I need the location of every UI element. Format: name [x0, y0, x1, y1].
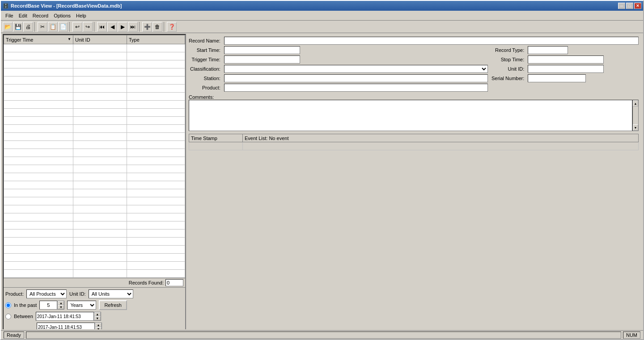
table-row[interactable]	[4, 246, 185, 254]
record-name-input[interactable]	[224, 37, 639, 45]
toolbar-save[interactable]: 💾	[13, 22, 23, 32]
table-row[interactable]	[4, 270, 185, 278]
table-row[interactable]	[4, 254, 185, 262]
table-row[interactable]	[4, 68, 185, 76]
event-col-timestamp[interactable]: Time Stamp	[189, 134, 243, 142]
past-unit-select[interactable]: Years Months Days	[67, 301, 96, 310]
table-row[interactable]	[4, 189, 185, 197]
classification-select[interactable]	[224, 65, 488, 73]
stop-time-input[interactable]	[528, 55, 604, 64]
toolbar-paste[interactable]: 📄	[58, 22, 68, 32]
trigger-time-input[interactable]	[224, 55, 300, 64]
refresh-button[interactable]: Refresh	[99, 300, 127, 310]
product-input[interactable]	[224, 84, 488, 92]
title-bar-controls: ─ □ ✕	[618, 3, 641, 9]
toolbar-undo[interactable]: ↩	[72, 22, 82, 32]
date1-spinner: ▲ ▼	[94, 312, 101, 321]
toolbar-copy[interactable]: 📋	[48, 22, 58, 32]
product-select[interactable]: All Products	[26, 289, 67, 298]
menu-record[interactable]: Record	[30, 12, 51, 19]
col-trigger-time[interactable]: Trigger Time ▼	[4, 35, 73, 44]
date2-spinner-up[interactable]: ▲	[95, 323, 102, 327]
table-row[interactable]	[4, 213, 185, 221]
table-row[interactable]	[4, 93, 185, 101]
past-value-input[interactable]	[39, 301, 57, 310]
unit-id-select[interactable]: All Units	[89, 289, 133, 298]
content-area: Trigger Time ▼ Unit ID Type	[1, 33, 643, 330]
toolbar-next[interactable]: ▶	[118, 22, 127, 32]
date2-spinner-down[interactable]: ▼	[95, 327, 102, 329]
table-row[interactable]	[4, 157, 185, 165]
filter-between-row: Between ▲ ▼	[5, 312, 183, 321]
records-count-input[interactable]	[165, 279, 183, 286]
toolbar-delete[interactable]: 🗑	[153, 22, 162, 32]
minimize-button[interactable]: ─	[618, 3, 625, 9]
maximize-button[interactable]: □	[626, 3, 633, 9]
records-bar: Records Found:	[4, 278, 185, 287]
close-button[interactable]: ✕	[634, 3, 641, 9]
radio-in-the-past[interactable]	[5, 302, 11, 308]
spinner-down[interactable]: ▼	[58, 305, 64, 309]
toolbar-last[interactable]: ⏭	[128, 22, 138, 32]
station-input[interactable]	[224, 74, 488, 82]
table-row[interactable]	[4, 197, 185, 205]
toolbar-add[interactable]: ➕	[142, 22, 152, 32]
table-row[interactable]	[4, 125, 185, 133]
table-row[interactable]	[4, 85, 185, 93]
radio-between[interactable]	[5, 314, 11, 319]
menu-file[interactable]: File	[3, 12, 16, 19]
toolbar-redo[interactable]: ↪	[83, 22, 93, 32]
table-row[interactable]	[4, 205, 185, 213]
start-time-input[interactable]	[224, 46, 300, 54]
col-unit-id[interactable]: Unit ID	[73, 35, 127, 44]
date1-input[interactable]	[36, 312, 94, 321]
menu-options[interactable]: Options	[51, 12, 73, 19]
records-found-label: Records Found:	[129, 280, 164, 285]
table-row[interactable]	[4, 117, 185, 125]
table-row[interactable]	[4, 221, 185, 230]
toolbar-open[interactable]: 📂	[3, 22, 13, 32]
toolbar-print[interactable]: 🖨	[23, 22, 33, 32]
menu-help[interactable]: Help	[73, 12, 89, 19]
table-row[interactable]	[4, 133, 185, 141]
status-right: NUM	[623, 332, 640, 339]
table-row[interactable]	[4, 262, 185, 270]
serial-number-input[interactable]	[528, 74, 586, 82]
col-type[interactable]: Type	[127, 35, 185, 44]
comments-scrollbar-down[interactable]: ▼	[633, 124, 638, 131]
spinner-up[interactable]: ▲	[58, 301, 64, 305]
unit-id-form-label: Unit ID:	[491, 66, 524, 72]
menu-edit[interactable]: Edit	[16, 12, 30, 19]
table-row[interactable]	[4, 173, 185, 181]
date1-spinner-down[interactable]: ▼	[94, 316, 101, 320]
toolbar-cut[interactable]: ✂	[38, 22, 47, 32]
date2-input[interactable]	[37, 323, 95, 329]
date1-spinner-up[interactable]: ▲	[94, 312, 101, 316]
table-row[interactable]	[4, 149, 185, 157]
table-row[interactable]	[4, 52, 185, 60]
record-type-label: Record Type:	[491, 47, 524, 53]
data-table: Trigger Time ▼ Unit ID Type	[4, 35, 185, 278]
table-row[interactable]	[4, 44, 185, 52]
table-row[interactable]	[4, 230, 185, 238]
table-row[interactable]	[4, 109, 185, 117]
classification-label: Classification:	[189, 66, 220, 72]
comments-scrollbar-up[interactable]: ▲	[633, 100, 638, 106]
toolbar-prev[interactable]: ◀	[107, 22, 117, 32]
station-label: Station:	[189, 76, 220, 81]
in-the-past-label: In the past	[14, 302, 37, 308]
record-type-input[interactable]	[528, 46, 568, 54]
table-row[interactable]	[4, 238, 185, 246]
toolbar-first[interactable]: ⏮	[97, 22, 107, 32]
comments-textarea[interactable]	[189, 100, 632, 131]
table-row[interactable]	[4, 60, 185, 68]
table-row[interactable]	[4, 141, 185, 149]
event-col-eventlist[interactable]: Event List: No event	[243, 134, 639, 142]
table-row[interactable]	[4, 165, 185, 173]
table-row[interactable]	[4, 181, 185, 189]
unit-id-form-input[interactable]	[528, 65, 604, 73]
toolbar-help[interactable]: ❓	[167, 22, 177, 32]
table-row[interactable]	[4, 101, 185, 109]
table-row[interactable]	[4, 76, 185, 85]
filter-between-row2: ▲ ▼	[5, 323, 183, 329]
